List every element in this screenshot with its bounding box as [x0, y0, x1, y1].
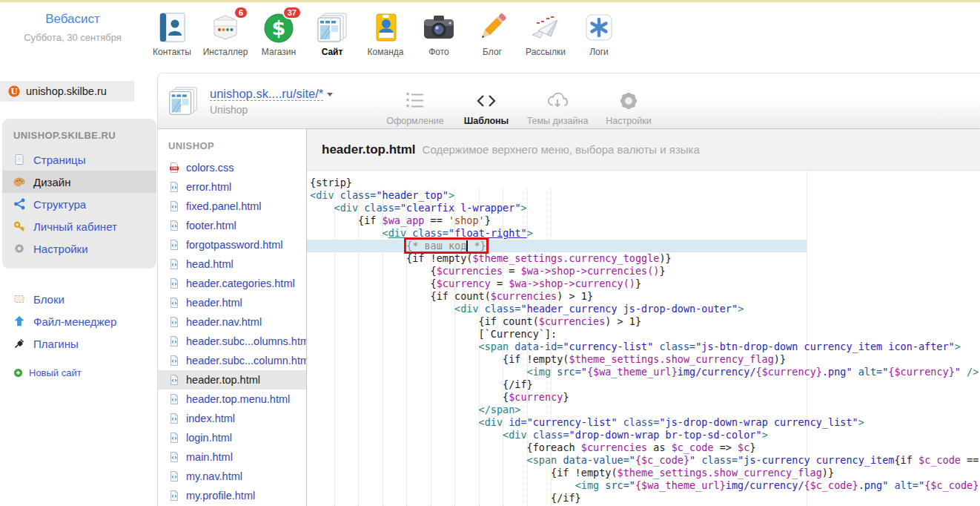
html-file-icon [168, 355, 180, 367]
file-name: index.html [186, 413, 235, 424]
code-line[interactable]: {/if} [310, 492, 980, 505]
code-line[interactable]: <div class="header_top"> [310, 189, 980, 202]
html-file-icon [168, 239, 180, 251]
app-photos[interactable]: Фото [412, 7, 466, 57]
code-line[interactable]: <span data-value="{$c_code}" class="js-c… [310, 454, 980, 467]
app-contacts[interactable]: Контакты [145, 7, 199, 57]
file-name: header.nav.html [186, 316, 262, 328]
app-store[interactable]: $37Магазин [252, 7, 305, 57]
sidebar-item-blocks[interactable]: Блоки [2, 288, 156, 310]
code-line[interactable]: <span data-id="currency-list" class="js-… [310, 341, 980, 353]
html-file-icon [168, 335, 180, 347]
code-line[interactable]: {$currency} [310, 391, 980, 404]
app-site[interactable]: Сайт [305, 7, 359, 57]
file-name: error.html [186, 181, 231, 193]
file-item[interactable]: header.categories.html [158, 274, 306, 293]
sidebar-item-label: Файл-менеджер [33, 315, 116, 328]
sidebar-item-label: Страницы [33, 154, 85, 166]
sidebar-item-plugins[interactable]: Плагины [2, 332, 156, 355]
app-blog[interactable]: Блог [466, 7, 519, 57]
code-line[interactable]: {strip} [310, 177, 980, 189]
sidebar-item-file-manager[interactable]: Файл-менеджер [2, 310, 156, 332]
code-line[interactable]: {* ваш код *} [310, 240, 980, 252]
app-label: Рассылки [519, 47, 572, 57]
app-team[interactable]: Команда [359, 7, 412, 57]
sidebar-item-pages[interactable]: Страницы [2, 148, 156, 171]
file-name: header.subc...olumns.html [186, 335, 307, 347]
app-logs[interactable]: Логи [572, 7, 626, 57]
app-dock: Контакты6Инсталлер$37МагазинСайтКомандаФ… [145, 7, 626, 57]
file-item[interactable]: header.nav.html [158, 312, 306, 332]
plugins-icon [13, 338, 25, 349]
file-item[interactable]: forgotpassword.html [158, 235, 306, 254]
code-line[interactable]: {if !empty($theme_settings.currency_togg… [310, 252, 980, 265]
team-icon [368, 10, 403, 45]
add-icon [13, 368, 23, 378]
sidebar-item-account[interactable]: Личный кабинет [2, 215, 156, 237]
toolbar-button-label: Настройки [606, 116, 651, 126]
code-line[interactable]: {foreach $currencies as $c_code => $c} [310, 441, 980, 454]
site-info: unishop.sk....ru/site/* Unishop [158, 84, 360, 118]
file-item[interactable]: header.subc...olumns.html [158, 332, 306, 351]
code-line[interactable]: {if count($currencies) > 1} [310, 290, 980, 303]
code-line[interactable]: {/if} [310, 378, 980, 391]
site-selector[interactable]: U unishop.skilbe.ru [0, 81, 134, 102]
code-line[interactable]: {if count($currencies) > 1} [310, 315, 980, 328]
pages-icon [13, 154, 25, 165]
sidebar-item-settings[interactable]: Настройки [2, 237, 156, 260]
new-site-button[interactable]: Новый сайт [13, 367, 157, 378]
file-item[interactable]: header.subc...column.html [158, 351, 306, 370]
code-line[interactable]: {$currency = $wa->shop->currency()} [310, 277, 980, 290]
structure-icon [13, 198, 25, 210]
chevron-down-icon[interactable] [327, 93, 333, 96]
toolbar-button-gear[interactable]: Настройки [593, 89, 664, 126]
file-name: header.categories.html [186, 277, 295, 289]
file-item[interactable]: header.top.menu.html [158, 390, 306, 409]
code-line[interactable]: {if !empty($theme_settings.show_currency… [310, 353, 980, 366]
file-item[interactable]: footer.html [158, 216, 306, 235]
file-item[interactable]: index.html [158, 409, 306, 428]
file-item[interactable]: CSScolors.css [158, 158, 306, 177]
file-item[interactable]: header.top.html [158, 370, 306, 390]
contacts-icon [154, 10, 190, 45]
html-file-icon [168, 470, 180, 482]
main-panel: unishop.sk....ru/site/* Unishop Оформлен… [157, 73, 980, 506]
code-line[interactable]: <img src="{$wa_theme_url}img/currency/{$… [310, 366, 980, 378]
code-line[interactable]: </span> [310, 404, 980, 416]
file-item[interactable]: head.html [158, 254, 306, 274]
toolbar-button-themes[interactable]: Темы дизайна [522, 89, 593, 126]
file-item[interactable]: header.html [158, 293, 306, 312]
app-mailer[interactable]: Рассылки [519, 7, 572, 57]
html-file-icon [168, 258, 180, 270]
code-editor[interactable]: {strip}<div class="header_top"> <div cla… [307, 171, 980, 506]
file-item[interactable]: my.profile.html [158, 486, 306, 505]
file-item[interactable]: login.html [158, 428, 306, 447]
app-installer[interactable]: 6Инсталлер [199, 7, 252, 57]
site-tools-group: БлокиФайл-менеджерПлагины [2, 288, 156, 355]
file-list: CSScolors.csserror.htmlfixed.panel.htmlf… [158, 158, 306, 505]
file-item[interactable]: main.html [158, 447, 306, 467]
site-url-link[interactable]: unishop.sk....ru/site/* [210, 87, 323, 101]
sidebar-item-structure[interactable]: Структура [2, 193, 156, 215]
html-file-icon [168, 220, 180, 231]
code-line[interactable]: <div class="float-right"> [310, 227, 980, 240]
code-line[interactable]: <div id="currency-list" class="js-drop-d… [310, 416, 980, 429]
toolbar-button-templates[interactable]: Шаблоны [451, 89, 522, 126]
file-item[interactable]: error.html [158, 177, 306, 197]
editor-panel: header.top.html Содержимое верхнего меню… [307, 129, 980, 506]
file-item[interactable]: fixed.panel.html [158, 197, 306, 216]
code-line[interactable]: <img src="{$wa_theme_url}img/currency/{$… [310, 479, 980, 492]
code-line[interactable]: {if !empty($theme_settings.show_currency… [310, 467, 980, 479]
code-line[interactable]: {if $wa_app == 'shop'} [310, 214, 980, 227]
brand-link[interactable]: Вебасист [45, 12, 100, 26]
code-line[interactable]: <div class="clearfix l-wrapper"> [310, 202, 980, 214]
file-item[interactable]: my.nav.html [158, 467, 306, 486]
file-panel: UNISHOP CSScolors.csserror.htmlfixed.pan… [158, 129, 307, 506]
code-line[interactable]: [`Currency`]: [310, 328, 980, 341]
code-line[interactable]: <div class="header_currency js-drop-down… [310, 303, 980, 315]
site-nav-items: СтраницыДизайнСтруктураЛичный кабинетНас… [2, 148, 156, 260]
sidebar-item-design[interactable]: Дизайн [2, 171, 156, 193]
code-line[interactable]: {$currencies = $wa->shop->currencies()} [310, 265, 980, 277]
code-line[interactable]: <div class="drop-down-wrap br-top-sd-col… [310, 429, 980, 441]
toolbar-button-appearance[interactable]: Оформление [380, 89, 451, 126]
